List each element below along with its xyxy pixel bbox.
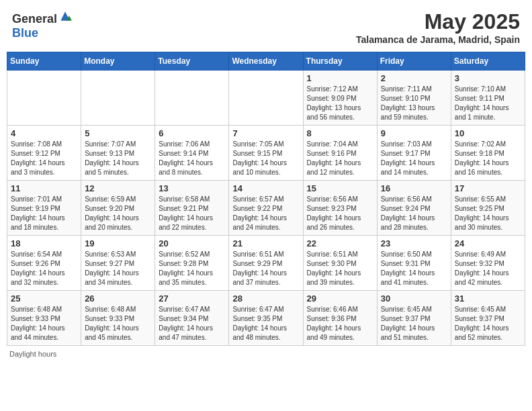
day-number: 17: [455, 183, 521, 193]
day-number: 7: [232, 128, 299, 138]
calendar-day-cell: 14Sunrise: 6:57 AM Sunset: 9:22 PM Dayli…: [229, 181, 303, 236]
footer-note: Daylight hours: [7, 350, 525, 358]
day-content: Sunrise: 6:56 AM Sunset: 9:24 PM Dayligh…: [381, 195, 447, 232]
day-content: Sunrise: 7:12 AM Sunset: 9:09 PM Dayligh…: [307, 85, 373, 122]
day-content: Sunrise: 6:46 AM Sunset: 9:36 PM Dayligh…: [307, 305, 373, 342]
day-content: Sunrise: 6:57 AM Sunset: 9:22 PM Dayligh…: [232, 195, 299, 232]
calendar-day-cell: 2Sunrise: 7:11 AM Sunset: 9:10 PM Daylig…: [377, 71, 451, 126]
day-content: Sunrise: 6:49 AM Sunset: 9:32 PM Dayligh…: [455, 250, 521, 287]
day-content: Sunrise: 7:07 AM Sunset: 9:13 PM Dayligh…: [85, 140, 151, 177]
calendar-header-cell: Saturday: [451, 52, 525, 71]
calendar-day-cell: 3Sunrise: 7:10 AM Sunset: 9:11 PM Daylig…: [451, 71, 525, 126]
day-content: Sunrise: 6:59 AM Sunset: 9:20 PM Dayligh…: [85, 195, 151, 232]
calendar-day-cell: 9Sunrise: 7:03 AM Sunset: 9:17 PM Daylig…: [377, 126, 451, 181]
calendar-body: 1Sunrise: 7:12 AM Sunset: 9:09 PM Daylig…: [7, 71, 525, 346]
day-number: 5: [85, 128, 151, 138]
calendar-day-cell: 21Sunrise: 6:51 AM Sunset: 9:29 PM Dayli…: [229, 236, 303, 291]
day-number: 29: [307, 293, 373, 304]
calendar-day-cell: 26Sunrise: 6:48 AM Sunset: 9:33 PM Dayli…: [81, 291, 155, 346]
calendar-day-cell: 12Sunrise: 6:59 AM Sunset: 9:20 PM Dayli…: [81, 181, 155, 236]
logo-blue: Blue: [12, 26, 38, 40]
day-content: Sunrise: 6:45 AM Sunset: 9:37 PM Dayligh…: [381, 305, 447, 342]
day-number: 16: [381, 183, 447, 193]
calendar-header-cell: Sunday: [7, 52, 81, 71]
calendar-day-cell: 23Sunrise: 6:50 AM Sunset: 9:31 PM Dayli…: [377, 236, 451, 291]
calendar-day-cell: 27Sunrise: 6:47 AM Sunset: 9:34 PM Dayli…: [155, 291, 229, 346]
calendar-day-cell: 25Sunrise: 6:48 AM Sunset: 9:33 PM Dayli…: [7, 291, 81, 346]
day-number: 10: [455, 128, 521, 138]
day-number: 26: [85, 293, 151, 304]
calendar-day-cell: 13Sunrise: 6:58 AM Sunset: 9:21 PM Dayli…: [155, 181, 229, 236]
day-number: 24: [455, 238, 521, 248]
calendar-day-cell: 8Sunrise: 7:04 AM Sunset: 9:16 PM Daylig…: [303, 126, 377, 181]
day-content: Sunrise: 6:55 AM Sunset: 9:25 PM Dayligh…: [455, 195, 521, 232]
day-number: 1: [307, 73, 373, 83]
day-number: 13: [159, 183, 225, 193]
calendar-week-row: 11Sunrise: 7:01 AM Sunset: 9:19 PM Dayli…: [7, 181, 525, 236]
calendar-day-cell: 28Sunrise: 6:47 AM Sunset: 9:35 PM Dayli…: [229, 291, 303, 346]
calendar-day-cell: 1Sunrise: 7:12 AM Sunset: 9:09 PM Daylig…: [303, 71, 377, 126]
day-content: Sunrise: 7:04 AM Sunset: 9:16 PM Dayligh…: [307, 140, 373, 177]
day-content: Sunrise: 6:48 AM Sunset: 9:33 PM Dayligh…: [11, 305, 77, 342]
day-number: 23: [381, 238, 447, 248]
day-number: 20: [159, 238, 225, 248]
day-content: Sunrise: 7:10 AM Sunset: 9:11 PM Dayligh…: [455, 85, 521, 122]
calendar-header-cell: Tuesday: [155, 52, 229, 71]
calendar-day-cell: 24Sunrise: 6:49 AM Sunset: 9:32 PM Dayli…: [451, 236, 525, 291]
day-content: Sunrise: 7:11 AM Sunset: 9:10 PM Dayligh…: [381, 85, 447, 122]
day-content: Sunrise: 6:51 AM Sunset: 9:30 PM Dayligh…: [307, 250, 373, 287]
day-content: Sunrise: 6:54 AM Sunset: 9:26 PM Dayligh…: [11, 250, 77, 287]
day-number: 30: [381, 293, 447, 304]
calendar-table: SundayMondayTuesdayWednesdayThursdayFrid…: [7, 52, 525, 346]
logo: General Blue: [12, 9, 72, 40]
day-number: 12: [85, 183, 151, 193]
calendar-day-cell: [7, 71, 81, 126]
day-number: 4: [11, 128, 77, 138]
day-content: Sunrise: 6:48 AM Sunset: 9:33 PM Dayligh…: [85, 305, 151, 342]
day-content: Sunrise: 6:58 AM Sunset: 9:21 PM Dayligh…: [159, 195, 225, 232]
day-number: 8: [307, 128, 373, 138]
day-number: 9: [381, 128, 447, 138]
day-number: 31: [455, 293, 521, 304]
calendar-day-cell: 30Sunrise: 6:45 AM Sunset: 9:37 PM Dayli…: [377, 291, 451, 346]
calendar-day-cell: 29Sunrise: 6:46 AM Sunset: 9:36 PM Dayli…: [303, 291, 377, 346]
calendar-week-row: 18Sunrise: 6:54 AM Sunset: 9:26 PM Dayli…: [7, 236, 525, 291]
calendar-day-cell: 7Sunrise: 7:05 AM Sunset: 9:15 PM Daylig…: [229, 126, 303, 181]
calendar-day-cell: 6Sunrise: 7:06 AM Sunset: 9:14 PM Daylig…: [155, 126, 229, 181]
calendar-day-cell: [81, 71, 155, 126]
day-content: Sunrise: 6:56 AM Sunset: 9:23 PM Dayligh…: [307, 195, 373, 232]
calendar-day-cell: 19Sunrise: 6:53 AM Sunset: 9:27 PM Dayli…: [81, 236, 155, 291]
calendar-day-cell: 17Sunrise: 6:55 AM Sunset: 9:25 PM Dayli…: [451, 181, 525, 236]
day-number: 6: [159, 128, 225, 138]
calendar-day-cell: 31Sunrise: 6:45 AM Sunset: 9:37 PM Dayli…: [451, 291, 525, 346]
month-title: May 2025: [356, 9, 520, 34]
day-content: Sunrise: 6:53 AM Sunset: 9:27 PM Dayligh…: [85, 250, 151, 287]
calendar-day-cell: [229, 71, 303, 126]
calendar-header-cell: Wednesday: [229, 52, 303, 71]
day-number: 28: [232, 293, 299, 304]
day-content: Sunrise: 7:03 AM Sunset: 9:17 PM Dayligh…: [381, 140, 447, 177]
day-number: 14: [232, 183, 299, 193]
day-number: 15: [307, 183, 373, 193]
day-content: Sunrise: 6:50 AM Sunset: 9:31 PM Dayligh…: [381, 250, 447, 287]
calendar-week-row: 1Sunrise: 7:12 AM Sunset: 9:09 PM Daylig…: [7, 71, 525, 126]
day-content: Sunrise: 6:52 AM Sunset: 9:28 PM Dayligh…: [159, 250, 225, 287]
logo-text: General Blue: [12, 9, 72, 40]
day-content: Sunrise: 7:06 AM Sunset: 9:14 PM Dayligh…: [159, 140, 225, 177]
calendar-day-cell: 11Sunrise: 7:01 AM Sunset: 9:19 PM Dayli…: [7, 181, 81, 236]
day-number: 11: [11, 183, 77, 193]
day-content: Sunrise: 6:47 AM Sunset: 9:34 PM Dayligh…: [159, 305, 225, 342]
location-subtitle: Talamanca de Jarama, Madrid, Spain: [356, 34, 520, 45]
calendar-day-cell: 5Sunrise: 7:07 AM Sunset: 9:13 PM Daylig…: [81, 126, 155, 181]
calendar-header-cell: Friday: [377, 52, 451, 71]
day-content: Sunrise: 7:01 AM Sunset: 9:19 PM Dayligh…: [11, 195, 77, 232]
calendar-day-cell: 22Sunrise: 6:51 AM Sunset: 9:30 PM Dayli…: [303, 236, 377, 291]
calendar-day-cell: 10Sunrise: 7:02 AM Sunset: 9:18 PM Dayli…: [451, 126, 525, 181]
calendar-week-row: 4Sunrise: 7:08 AM Sunset: 9:12 PM Daylig…: [7, 126, 525, 181]
calendar-day-cell: 20Sunrise: 6:52 AM Sunset: 9:28 PM Dayli…: [155, 236, 229, 291]
header: General Blue May 2025 Talamanca de Jaram…: [7, 7, 525, 48]
day-number: 3: [455, 73, 521, 83]
calendar-day-cell: 15Sunrise: 6:56 AM Sunset: 9:23 PM Dayli…: [303, 181, 377, 236]
day-content: Sunrise: 7:08 AM Sunset: 9:12 PM Dayligh…: [11, 140, 77, 177]
day-number: 19: [85, 238, 151, 248]
